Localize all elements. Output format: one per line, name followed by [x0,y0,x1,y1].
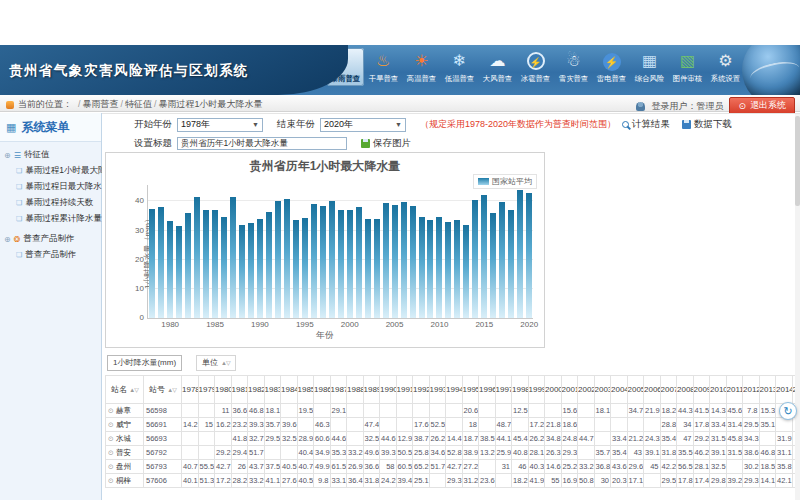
col-header-year-2003[interactable]: 2003 [594,376,611,404]
col-header-year-2005[interactable]: 2005 [627,376,644,404]
toolbar-item-snow[interactable]: ☃雪灾普查 [555,48,592,86]
value-cell-1993: 52.5 [429,418,446,432]
toolbar-item-wind[interactable]: ☁大风普查 [479,48,516,86]
row-radio-icon[interactable]: ⊙ [108,463,114,470]
col-header-year-2006[interactable]: 2006 [644,376,661,404]
value-field-box[interactable]: 1小时降水量(mm) [107,355,182,371]
col-header-year-2011[interactable]: 2011 [726,376,743,404]
start-year-select[interactable]: 1978年 ▼ [177,118,263,132]
row-radio-icon[interactable]: ⊙ [108,421,114,428]
chart-bar-1996 [311,204,317,318]
refresh-button[interactable]: ↻ [779,402,797,420]
value-cell-2008: 17.8 [677,474,694,488]
row-radio-icon[interactable]: ⊙ [108,407,114,414]
col-header-year-1994[interactable]: 1994 [446,376,463,404]
col-header-year-1985[interactable]: 1985 [297,376,314,404]
col-header-year-1995[interactable]: 1995 [462,376,479,404]
col-header-year-1996[interactable]: 1996 [479,376,496,404]
sidebar-item[interactable]: ❏暴雨过程1小时最大降水量 [1,163,100,179]
col-header-year-1980[interactable]: 1980 [215,376,232,404]
col-header-year-1984[interactable]: 1984 [281,376,298,404]
toolbar-item-settings[interactable]: ⚙系统设置 [707,48,744,86]
chart-bar-1978 [149,209,155,318]
save-image-button[interactable]: 保存图片 [361,137,411,150]
breadcrumb-link[interactable]: 暴雨普查 [83,99,119,109]
col-header-id[interactable]: 站号 ▲▽ [144,376,182,404]
toolbar-item-map-review[interactable]: ▧图件审核 [669,48,706,86]
value-cell-1992: 25.1 [413,474,430,488]
value-cell-2006: 45 [644,460,661,474]
value-cell-1985 [297,418,314,432]
value-cell-1993 [429,404,446,418]
col-header-year-1998[interactable]: 1998 [512,376,529,404]
col-header-year-1978[interactable]: 1978 [182,376,199,404]
settings-icon: ⚙ [707,49,744,73]
breadcrumb-link[interactable]: 暴雨过程1小时最大降水量 [159,99,263,109]
value-cell-2011: 31.5 [726,446,743,460]
col-header-year-2001[interactable]: 2001 [561,376,578,404]
col-header-year-1989[interactable]: 1989 [363,376,380,404]
tree-toggle-icon[interactable]: ⊕ [4,235,11,244]
end-year-select[interactable]: 2020年 ▼ [320,118,406,132]
toolbar-item-heat[interactable]: ☀高温普查 [403,48,440,86]
y-tick-label: 10 [135,284,144,293]
menu-group-header[interactable]: ⊕☰特征值 [1,147,100,163]
value-cell-1993: 26.2 [429,432,446,446]
page-icon: ❏ [16,215,22,223]
value-cell-2010: 39.1 [710,446,727,460]
col-header-year-2002[interactable]: 2002 [578,376,595,404]
unit-sort-control[interactable]: 单位 ▲▽ [196,355,236,371]
col-header-station[interactable]: 站名 ▲▽ [106,376,144,404]
col-header-year-1991[interactable]: 1991 [396,376,413,404]
col-header-year-2014[interactable]: 2014 [776,376,793,404]
value-cell-2008: 47 [677,432,694,446]
sidebar-item[interactable]: ❏暴雨过程日最大降水量 [1,179,100,195]
chart-bar-1991 [266,212,272,318]
toolbar-item-hail[interactable]: ⚡冰雹普查 [517,48,554,86]
tree-toggle-icon[interactable]: ⊕ [4,151,11,160]
x-tick-label: 2005 [380,320,410,329]
toolbar-item-composite-risk[interactable]: ▦综合风险 [631,48,668,86]
menu-group-header[interactable]: ⊕❂普查产品制作 [1,231,100,247]
row-radio-icon[interactable]: ⊙ [108,435,114,442]
toolbar-item-lightning[interactable]: ⚡雷电普查 [593,48,630,86]
col-header-year-1997[interactable]: 1997 [495,376,512,404]
toolbar-item-drought[interactable]: ♨干旱普查 [365,48,402,86]
col-header-year-1982[interactable]: 1982 [248,376,265,404]
row-radio-icon[interactable]: ⊙ [108,477,114,484]
col-header-year-2008[interactable]: 2008 [677,376,694,404]
col-header-year-2009[interactable]: 2009 [693,376,710,404]
x-tick-label: 2015 [469,320,499,329]
col-header-year-1993[interactable]: 1993 [429,376,446,404]
col-header-year-1987[interactable]: 1987 [330,376,347,404]
sidebar-item[interactable]: ❏暴雨过程持续天数 [1,195,100,211]
col-header-year-2004[interactable]: 2004 [611,376,628,404]
col-header-year-1988[interactable]: 1988 [347,376,364,404]
chart-bar-1982 [185,213,191,318]
breadcrumb-link[interactable]: 特征值 [125,99,152,109]
col-header-year-2000[interactable]: 2000 [545,376,562,404]
value-cell-1999: 40.3 [528,460,545,474]
sidebar-item[interactable]: ❏普查产品制作 [1,247,100,263]
col-header-year-1992[interactable]: 1992 [413,376,430,404]
vertical-scrollbar[interactable] [795,114,800,500]
col-header-year-1999[interactable]: 1999 [528,376,545,404]
col-header-year-1986[interactable]: 1986 [314,376,331,404]
col-header-year-2007[interactable]: 2007 [660,376,677,404]
col-header-year-1983[interactable]: 1983 [264,376,281,404]
col-header-year-1981[interactable]: 1981 [231,376,248,404]
col-header-year-1990[interactable]: 1990 [380,376,397,404]
row-radio-icon[interactable]: ⊙ [108,449,114,456]
col-header-year-2013[interactable]: 2013 [759,376,776,404]
value-cell-1987: 44.6 [330,432,347,446]
col-header-year-2010[interactable]: 2010 [710,376,727,404]
chart-title-input[interactable] [177,137,347,150]
col-header-year-2012[interactable]: 2012 [743,376,760,404]
calc-result-button[interactable]: 计算结果 [622,118,670,131]
toolbar-item-coldwave[interactable]: ❄低温普查 [441,48,478,86]
value-cell-1987: 33.1 [330,474,347,488]
sidebar-item[interactable]: ❏暴雨过程累计降水量 [1,211,100,227]
scrollbar-thumb[interactable] [795,116,800,206]
col-header-year-1979[interactable]: 1979 [198,376,215,404]
data-download-button[interactable]: 数据下载 [682,118,732,131]
